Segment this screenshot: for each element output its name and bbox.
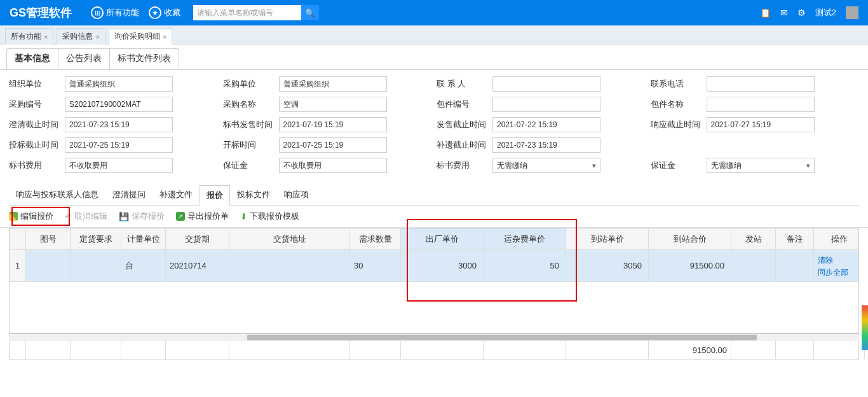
- field-deposit[interactable]: 不收取费用: [279, 158, 387, 173]
- field-purchase-no[interactable]: S202107190002MAT: [65, 97, 173, 112]
- col-station: 发站: [731, 228, 776, 250]
- label-bid-sale-time: 标书发售时间: [223, 119, 274, 130]
- cell-misc-price[interactable]: 50: [484, 250, 566, 282]
- label-sale-deadline: 发售截止时间: [437, 119, 487, 130]
- col-arrive-price: 到站单价: [566, 228, 649, 250]
- save-quote-button[interactable]: 💾保存报价: [119, 211, 165, 222]
- star-icon: ★: [149, 6, 161, 19]
- label-package-no: 包件编号: [437, 99, 487, 110]
- header-right: 📋 ✉ ⚙ 测试2: [760, 6, 858, 19]
- field-sale-deadline[interactable]: 2021-07-22 15:19: [492, 117, 600, 132]
- field-bid-sale-time[interactable]: 2021-07-19 15:19: [279, 117, 387, 132]
- field-org-unit[interactable]: 普通采购组织: [65, 76, 173, 92]
- search-input[interactable]: [193, 5, 301, 20]
- col-unit: 计量单位: [121, 228, 166, 250]
- tab-clarify[interactable]: 澄清提问: [105, 185, 153, 205]
- undo-icon: ↶: [65, 212, 72, 221]
- page-tabs: 所有功能× 采购信息× 询价采购明细×: [0, 25, 868, 45]
- side-color-bar: [862, 305, 868, 350]
- cell-delivery[interactable]: 20210714: [166, 250, 229, 282]
- col-qty: 需求数量: [350, 228, 401, 250]
- col-drawing: 图号: [26, 228, 71, 250]
- close-icon[interactable]: ×: [163, 33, 166, 41]
- tab-quote[interactable]: 报价: [200, 185, 230, 205]
- form-area: 组织单位 普通采购组织 采购单位 普通采购组织 联 系 人 联系电话 采购编号 …: [0, 70, 868, 179]
- download-icon: ⬇: [240, 212, 247, 221]
- cell-arrive-total[interactable]: 91500.00: [649, 250, 731, 282]
- cell-qty[interactable]: 30: [350, 250, 401, 282]
- field-package-no[interactable]: [492, 97, 600, 112]
- cancel-edit-button[interactable]: ↶取消编辑: [65, 211, 107, 222]
- field-clarify-deadline[interactable]: 2021-07-23 15:19: [65, 117, 173, 132]
- save-icon: 💾: [119, 212, 129, 221]
- avatar[interactable]: [846, 6, 858, 19]
- field-response-deadline[interactable]: 2021-07-27 15:19: [707, 117, 815, 132]
- field-package-name[interactable]: [707, 97, 815, 112]
- field-supplement-deadline[interactable]: 2021-07-23 15:19: [492, 137, 600, 153]
- tab-basic-info[interactable]: 基本信息: [7, 49, 58, 69]
- select-deposit2[interactable]: 无需缴纳: [707, 158, 815, 173]
- label-response-deadline: 响应截止时间: [651, 119, 702, 130]
- field-open-time[interactable]: 2021-07-25 15:19: [279, 137, 387, 153]
- favorites-link[interactable]: ★ 收藏: [149, 6, 180, 19]
- col-remark: 备注: [776, 228, 814, 250]
- label-deposit2: 保证金: [651, 160, 702, 171]
- field-phone[interactable]: [707, 76, 815, 92]
- gear-icon[interactable]: ⚙: [797, 8, 806, 18]
- select-bid-fee2[interactable]: 无需缴纳: [492, 158, 600, 173]
- mail-icon[interactable]: ✉: [780, 8, 788, 18]
- tab-purchase-info[interactable]: 采购信息×: [57, 28, 105, 45]
- app-logo: GS管理软件: [10, 5, 72, 20]
- field-contact[interactable]: [492, 76, 600, 92]
- tab-supplement[interactable]: 补遗文件: [153, 185, 200, 205]
- all-functions-link[interactable]: ⊞ 所有功能: [91, 6, 139, 19]
- export-quote-button[interactable]: ↗导出报价单: [176, 211, 229, 222]
- tab-announcement-list[interactable]: 公告列表: [58, 49, 110, 69]
- cell-order-req[interactable]: [71, 250, 121, 282]
- close-icon[interactable]: ×: [95, 33, 99, 41]
- tab-inquiry-detail[interactable]: 询价采购明细×: [109, 28, 172, 45]
- field-bid-fee[interactable]: 不收取费用: [65, 158, 173, 173]
- grid-horizontal-scrollbar[interactable]: [9, 333, 859, 341]
- cell-ops: 清除 同步全部: [814, 250, 859, 282]
- download-template-button[interactable]: ⬇下载报价模板: [240, 211, 299, 222]
- field-purchase-unit[interactable]: 普通采购组织: [279, 76, 387, 92]
- cell-remark[interactable]: [776, 250, 814, 282]
- field-purchase-name[interactable]: 空调: [279, 97, 387, 112]
- cell-unit[interactable]: 台: [121, 250, 166, 282]
- user-name[interactable]: 测试2: [815, 7, 836, 18]
- label-bid-fee: 标书费用: [9, 160, 60, 171]
- link-sync-all[interactable]: 同步全部: [818, 267, 848, 278]
- tab-bid-file-list[interactable]: 标书文件列表: [110, 49, 179, 69]
- menu-search: 🔍: [193, 5, 319, 20]
- cell-address[interactable]: [229, 250, 350, 282]
- top-bar: GS管理软件 ⊞ 所有功能 ★ 收藏 🔍 📋 ✉ ⚙ 测试2: [0, 0, 868, 25]
- tab-all-functions[interactable]: 所有功能×: [5, 28, 53, 45]
- link-clear[interactable]: 清除: [818, 255, 833, 266]
- col-address: 交货地址: [229, 228, 350, 250]
- notepad-icon[interactable]: 📋: [760, 8, 771, 18]
- col-arrive-total: 到站合价: [649, 228, 731, 250]
- label-purchase-unit: 采购单位: [223, 78, 274, 90]
- label-purchase-no: 采购编号: [9, 99, 60, 110]
- label-open-time: 开标时间: [223, 139, 274, 151]
- field-bid-deadline[interactable]: 2021-07-25 15:19: [65, 137, 173, 153]
- label-clarify-deadline: 澄清截止时间: [9, 119, 60, 130]
- label-purchase-name: 采购名称: [223, 99, 274, 110]
- cell-station[interactable]: [731, 250, 776, 282]
- grid-icon: ⊞: [91, 6, 104, 19]
- search-button[interactable]: 🔍: [301, 5, 319, 20]
- scroll-thumb[interactable]: [247, 335, 757, 340]
- cell-arrive-price[interactable]: 3050: [566, 250, 649, 282]
- close-icon[interactable]: ×: [44, 33, 48, 41]
- quote-toolbar: 编辑报价 ↶取消编辑 💾保存报价 ↗导出报价单 ⬇下载报价模板: [0, 205, 868, 228]
- cell-drawing[interactable]: [26, 250, 71, 282]
- col-rownum: [10, 228, 26, 250]
- edit-quote-button[interactable]: 编辑报价: [9, 211, 53, 222]
- tab-response-contact[interactable]: 响应与投标联系人信息: [9, 185, 105, 205]
- label-supplement-deadline: 补遗截止时间: [437, 139, 487, 151]
- cell-factory-price[interactable]: 3000: [401, 250, 484, 282]
- label-package-name: 包件名称: [651, 99, 702, 110]
- tab-bid-file[interactable]: 投标文件: [230, 185, 277, 205]
- tab-response-item[interactable]: 响应项: [277, 185, 316, 205]
